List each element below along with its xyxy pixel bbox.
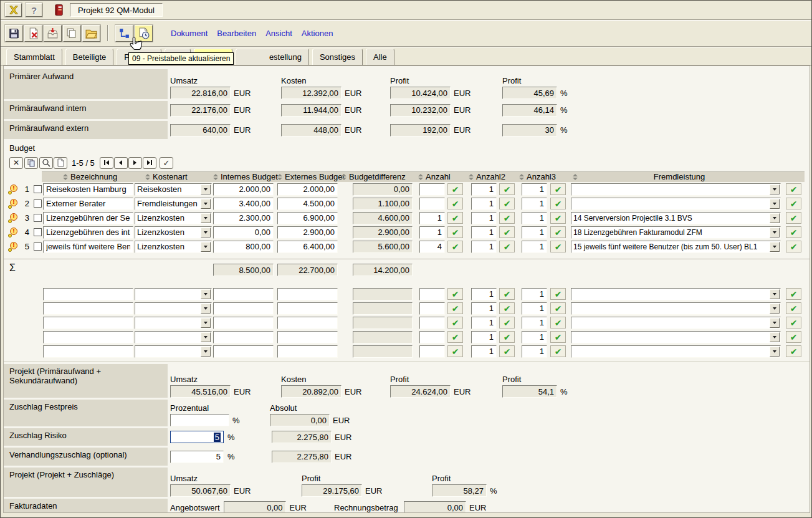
anzahl3-input[interactable]: [522, 288, 547, 300]
dropdown-arrow-icon[interactable]: [770, 318, 780, 328]
anzahl2-confirm-button[interactable]: ✔: [499, 288, 515, 300]
externes-budget-input[interactable]: [277, 183, 338, 196]
kostenart-select[interactable]: [135, 302, 212, 315]
anzahl3-input[interactable]: [522, 198, 547, 210]
internes-budget-input[interactable]: [213, 331, 274, 343]
anzahl-confirm-button[interactable]: ✔: [447, 331, 463, 343]
anzahl-confirm-button[interactable]: ✔: [447, 317, 463, 329]
dropdown-arrow-icon[interactable]: [201, 185, 211, 194]
dropdown-arrow-icon[interactable]: [770, 185, 780, 194]
fremdleistung-select[interactable]: [571, 198, 781, 210]
nav-last-button[interactable]: [143, 157, 156, 169]
header-anzahl2[interactable]: Anzahl2: [469, 172, 505, 181]
anzahl3-confirm-button[interactable]: ✔: [550, 212, 566, 224]
kostenart-select[interactable]: [135, 331, 212, 343]
anzahl2-input[interactable]: [471, 345, 497, 358]
dropdown-arrow-icon[interactable]: [201, 304, 211, 314]
internes-budget-input[interactable]: [213, 241, 274, 253]
header-fremdleistung[interactable]: Fremdleistung: [573, 172, 778, 181]
dropdown-arrow-icon[interactable]: [201, 347, 211, 357]
list-new-entry-button[interactable]: [54, 157, 67, 169]
anzahl2-confirm-button[interactable]: ✔: [499, 241, 515, 252]
header-budgetdifferenz[interactable]: Budgetdifferenz: [342, 172, 406, 181]
nav-first-button[interactable]: [100, 157, 113, 169]
anzahl-confirm-button[interactable]: ✔: [447, 241, 463, 252]
row-checkbox[interactable]: [34, 214, 42, 222]
list-delete-button[interactable]: ✕: [9, 157, 23, 169]
dropdown-arrow-icon[interactable]: [770, 332, 780, 342]
verhandlungszuschlag-input[interactable]: [170, 451, 224, 463]
anzahl2-input[interactable]: [471, 241, 497, 253]
header-anzahl3[interactable]: Anzahl3: [519, 172, 556, 181]
fremdleistung-confirm-button[interactable]: ✔: [786, 226, 801, 238]
fremdleistung-confirm-button[interactable]: ✔: [786, 302, 801, 314]
anzahl3-input[interactable]: [522, 212, 547, 224]
anzahl3-input[interactable]: [522, 331, 547, 343]
internes-budget-input[interactable]: [213, 183, 274, 196]
fremdleistung-confirm-button[interactable]: ✔: [786, 198, 801, 209]
bezeichnung-input[interactable]: [43, 226, 133, 239]
anzahl-input[interactable]: [419, 183, 445, 196]
kostenart-select[interactable]: [135, 288, 212, 300]
fremdleistung-select[interactable]: [571, 345, 781, 358]
bezeichnung-input[interactable]: [43, 317, 133, 329]
anzahl3-confirm-button[interactable]: ✔: [550, 226, 566, 238]
fremdleistung-confirm-button[interactable]: ✔: [786, 331, 801, 343]
tab-sonstiges[interactable]: Sonstiges: [312, 49, 363, 65]
kostenart-select[interactable]: Reisekosten: [135, 183, 212, 196]
header-internes-budget[interactable]: Internes Budget: [213, 172, 278, 181]
sort-icon[interactable]: [145, 174, 150, 180]
dropdown-arrow-icon[interactable]: [201, 289, 211, 299]
kostenart-select[interactable]: Lizenzkosten: [135, 226, 212, 239]
dropdown-arrow-icon[interactable]: [201, 332, 211, 342]
anzahl2-confirm-button[interactable]: ✔: [499, 212, 515, 224]
anzahl-input[interactable]: [419, 241, 445, 253]
bezeichnung-input[interactable]: [43, 241, 133, 253]
close-button[interactable]: [5, 3, 22, 17]
fremdleistung-select[interactable]: [571, 331, 781, 343]
anzahl2-input[interactable]: [471, 226, 497, 239]
anzahl2-input[interactable]: [471, 302, 497, 315]
dropdown-arrow-icon[interactable]: [770, 304, 780, 314]
internes-budget-input[interactable]: [213, 226, 274, 239]
anzahl-input[interactable]: [419, 226, 445, 239]
externes-budget-input[interactable]: [277, 331, 338, 343]
anzahl2-input[interactable]: [471, 183, 497, 196]
tab-stammblatt[interactable]: Stammblatt: [6, 49, 62, 65]
fremdleistung-select[interactable]: 18 Lizenzgebühren Fakturamodul ZFM: [571, 226, 781, 239]
tab-zusammenstellung-partial[interactable]: estellung: [236, 49, 309, 65]
menu-dokument[interactable]: Dokument: [171, 29, 208, 38]
help-button[interactable]: ?: [26, 3, 42, 17]
sort-icon[interactable]: [469, 174, 474, 180]
anzahl2-input[interactable]: [471, 331, 497, 343]
anzahl2-input[interactable]: [471, 317, 497, 329]
sort-icon[interactable]: [519, 174, 524, 180]
fremdleistung-select[interactable]: [571, 183, 781, 196]
anzahl2-confirm-button[interactable]: ✔: [499, 345, 515, 357]
externes-budget-input[interactable]: [277, 226, 338, 239]
sort-icon[interactable]: [63, 174, 68, 180]
internes-budget-input[interactable]: [213, 288, 274, 300]
header-bezeichnung[interactable]: Bezeichnung: [63, 172, 117, 181]
fremdleistung-select[interactable]: [571, 288, 781, 300]
bezeichnung-input[interactable]: [43, 198, 133, 210]
tab-beteiligte[interactable]: Beteiligte: [65, 49, 113, 65]
sort-icon[interactable]: [277, 174, 282, 180]
dropdown-arrow-icon[interactable]: [201, 242, 211, 252]
anzahl-input[interactable]: [419, 331, 445, 343]
bezeichnung-input[interactable]: [43, 331, 133, 343]
anzahl3-input[interactable]: [522, 317, 547, 329]
anzahl-confirm-button[interactable]: ✔: [447, 212, 463, 224]
kostenart-select[interactable]: Lizenzkosten: [135, 212, 212, 224]
anzahl2-confirm-button[interactable]: ✔: [499, 331, 515, 343]
internes-budget-input[interactable]: [213, 345, 274, 358]
anzahl-confirm-button[interactable]: ✔: [447, 183, 463, 195]
anzahl2-confirm-button[interactable]: ✔: [499, 226, 515, 238]
fremdleistung-confirm-button[interactable]: ✔: [786, 212, 801, 224]
nav-prev-button[interactable]: [114, 157, 128, 169]
anzahl3-confirm-button[interactable]: ✔: [550, 331, 566, 343]
row-checkbox[interactable]: [34, 242, 42, 251]
dropdown-arrow-icon[interactable]: [201, 318, 211, 328]
fremdleistung-confirm-button[interactable]: ✔: [786, 241, 801, 252]
dropdown-arrow-icon[interactable]: [201, 199, 211, 209]
